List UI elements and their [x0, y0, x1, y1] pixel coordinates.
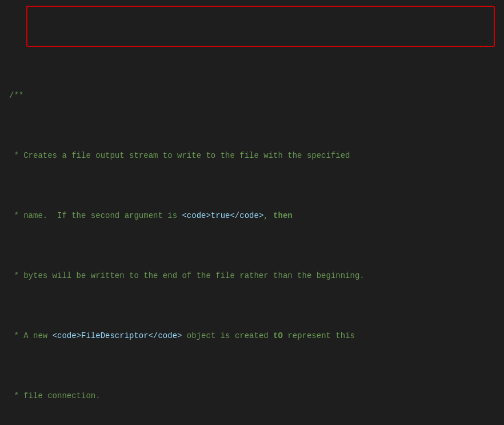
comment-text-5: * A new <code>FileDescriptor</code> obje…	[9, 331, 355, 340]
line-4: * bytes will be written to the end of th…	[9, 270, 495, 282]
comment-text-2: * Creates a file output stream to write …	[9, 151, 350, 160]
highlight-box	[26, 6, 495, 47]
line-6: * file connection.	[9, 390, 495, 402]
line-1: /**	[9, 90, 495, 102]
code-area: /** * Creates a file output stream to wr…	[9, 6, 495, 425]
comment-text-6: * file connection.	[9, 391, 101, 400]
line-3: * name. If the second argument is <code>…	[9, 210, 495, 222]
comment-text-4: * bytes will be written to the end of th…	[9, 271, 365, 280]
line-2: * Creates a file output stream to write …	[9, 150, 495, 162]
comment-slash: /**	[9, 91, 23, 100]
line-5: * A new <code>FileDescriptor</code> obje…	[9, 330, 495, 342]
comment-text-3: * name. If the second argument is <code>…	[9, 211, 293, 220]
